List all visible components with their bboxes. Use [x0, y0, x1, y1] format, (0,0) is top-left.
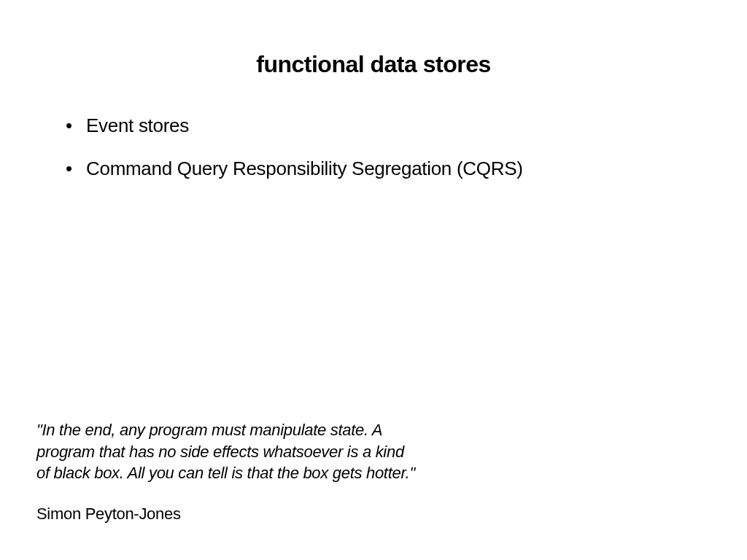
bullet-list: Event stores Command Query Responsibilit… [36, 114, 711, 180]
quote-text: "In the end, any program must manipulate… [36, 419, 416, 484]
quote-author: Simon Peyton-Jones [36, 505, 416, 524]
quote-block: "In the end, any program must manipulate… [36, 419, 416, 524]
slide-title: functional data stores [36, 51, 711, 78]
slide: functional data stores Event stores Comm… [0, 0, 747, 560]
bullet-item: Command Query Responsibility Segregation… [66, 158, 711, 180]
bullet-item: Event stores [66, 114, 711, 137]
